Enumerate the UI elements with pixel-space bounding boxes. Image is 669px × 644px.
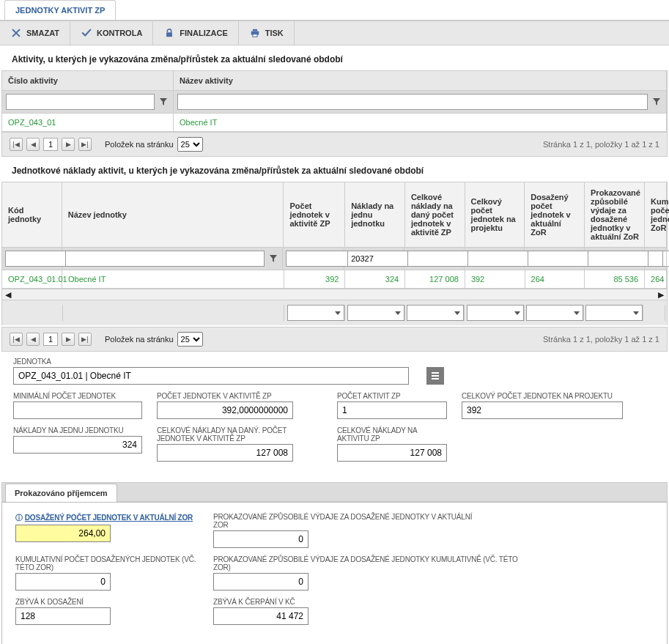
prok-akt-label: PROKAZOVANÉ ZPŮSOBILÉ VÝDAJE ZA DOSAŽENÉ…	[213, 513, 477, 529]
dosazeny-field[interactable]	[15, 525, 111, 542]
pager-info: Stránka 1 z 1, položky 1 až 1 z 1	[543, 140, 659, 149]
print-icon	[249, 27, 261, 39]
pager-first[interactable]: |◀	[10, 138, 23, 151]
col-nazev-jednotky[interactable]: Název jednotky	[62, 182, 284, 247]
kumul-label: KUMULATIVNÍ POČET DOSAŽENÝCH JEDNOTEK (V…	[15, 555, 199, 571]
celk-dany-field[interactable]	[157, 444, 293, 462]
horizontal-scrollbar[interactable]: ◀ ▶	[1, 289, 668, 300]
agg-dd[interactable]	[287, 305, 344, 321]
min-label: MINIMÁLNÍ POČET JEDNOTEK	[13, 392, 142, 400]
section2-title: Jednotkové náklady aktivit, u kterých je…	[0, 157, 669, 182]
zbyva-label: ZBÝVÁ K DOSAŽENÍ	[15, 598, 199, 606]
pager-prev[interactable]: ◀	[26, 333, 40, 346]
celk-proj-field[interactable]	[462, 401, 623, 419]
jednotka-label: JEDNOTKA	[13, 358, 409, 366]
celk-akt-field[interactable]	[337, 444, 447, 462]
filter-icon[interactable]	[158, 96, 169, 108]
aggregate-row	[1, 300, 668, 325]
pager-size-label: Položek na stránku	[105, 140, 174, 149]
celk-proj-label: CELKOVÝ POČET JEDNOTEK NA PROJEKTU	[462, 392, 623, 400]
zbyva-kc-field[interactable]	[213, 607, 308, 625]
tab-prokazovano[interactable]: Prokazováno příjemcem	[5, 484, 117, 502]
filter-cislo[interactable]	[6, 94, 155, 110]
col-kod-jednotky[interactable]: Kód jednotky	[2, 182, 62, 247]
pocet-zp-field[interactable]	[337, 401, 447, 419]
agg-dd[interactable]	[347, 305, 404, 321]
pager-size[interactable]: 25	[177, 137, 203, 152]
pager-first[interactable]: |◀	[10, 333, 23, 346]
pocet-akt-label: POČET JEDNOTEK V AKTIVITĚ ZP	[157, 392, 293, 400]
pocet-zp-label: POČET AKTIVIT ZP	[337, 392, 447, 400]
zbyva-field[interactable]	[15, 607, 111, 625]
scroll-left-icon[interactable]: ◀	[2, 289, 14, 300]
col-celkovy-pocet[interactable]: Celkový počet jednotek na projektu	[465, 182, 525, 247]
section1-title: Aktivity, u kterých je vykazována změna/…	[0, 45, 669, 70]
table-row[interactable]: OPZ_043_01.01 Obecné IT 392 324 127 008 …	[2, 270, 667, 289]
zbyva-kc-label: ZBÝVÁ K ČERPÁNÍ V KČ	[213, 598, 396, 606]
lock-icon	[163, 27, 175, 39]
pager-page[interactable]	[43, 138, 58, 151]
pager-next[interactable]: ▶	[62, 138, 75, 151]
svg-rect-4	[432, 372, 439, 374]
pager-next[interactable]: ▶	[62, 333, 75, 346]
prok-kum-label: PROKAZOVANÉ ZPŮSOBILÉ VÝDAJE ZA DOSAŽENÉ…	[213, 555, 521, 571]
dosazeny-label[interactable]: DOSAŽENÝ POČET JEDNOTEK V AKTUÁLNÍ ZOR	[15, 513, 199, 523]
f-nazev[interactable]	[65, 251, 265, 267]
delete-icon	[10, 27, 22, 39]
list-button[interactable]	[426, 367, 444, 385]
kumul-field[interactable]	[15, 573, 111, 591]
celk-dany-label: CELKOVÉ NÁKLADY NA DANÝ. POČET JEDNOTEK …	[157, 426, 293, 443]
pager-1: |◀ ◀ ▶ ▶| Položek na stránku 25 Stránka …	[1, 132, 668, 157]
toolbar: SMAZAT KONTROLA FINALIZACE TISK	[0, 21, 669, 45]
scroll-right-icon[interactable]: ▶	[655, 289, 667, 300]
naklady-j-label: NÁKLADY NA JEDNU JEDNOTKU	[13, 426, 142, 434]
celk-akt-label: CELKOVÉ NÁKLADY NA AKTIVITU ZP	[337, 426, 447, 443]
tab-jednotky[interactable]: JEDNOTKY AKTIVIT ZP	[4, 0, 116, 20]
finalizace-button[interactable]: FINALIZACE	[153, 21, 238, 45]
svg-rect-0	[166, 32, 172, 37]
pager-2: |◀ ◀ ▶ ▶| Položek na stránku 25 Stránka …	[1, 327, 668, 352]
min-field[interactable]	[13, 401, 142, 419]
prok-akt-field[interactable]	[213, 530, 308, 548]
pager-page[interactable]	[43, 333, 58, 346]
col-naklady-jednotku[interactable]: Náklady na jednu jednotku	[345, 182, 405, 247]
svg-rect-2	[253, 29, 257, 32]
grid-unit-costs: Kód jednotky Název jednotky Počet jednot…	[1, 182, 668, 289]
agg-dd[interactable]	[526, 305, 583, 321]
col-nazev-aktivity[interactable]: Název aktivity	[174, 71, 667, 90]
agg-dd[interactable]	[407, 305, 464, 321]
pager-last[interactable]: ▶|	[78, 333, 92, 346]
f-kum[interactable]	[648, 251, 663, 267]
table-row[interactable]: OPZ_043_01 Obecné IT	[2, 114, 667, 131]
col-cislo-aktivity[interactable]: Číslo aktivity	[2, 71, 174, 90]
filter-nazev[interactable]	[177, 94, 648, 110]
filter-icon[interactable]	[651, 96, 662, 108]
col-dosazeny[interactable]: Dosažený počet jednotek v aktuální ZoR	[525, 182, 585, 247]
filter-icon[interactable]	[267, 253, 279, 264]
prok-kum-field[interactable]	[213, 573, 308, 591]
pager-last[interactable]: ▶|	[78, 138, 92, 151]
svg-rect-6	[432, 378, 439, 380]
kontrola-button[interactable]: KONTROLA	[70, 21, 153, 45]
check-icon	[81, 27, 92, 39]
col-kum[interactable]: Kum poče jedno ZoR	[645, 182, 667, 247]
agg-dd[interactable]	[467, 305, 524, 321]
naklady-j-field[interactable]	[13, 436, 142, 454]
pager-size-label: Položek na stránku	[105, 335, 174, 344]
smazat-button[interactable]: SMAZAT	[0, 21, 70, 45]
col-celkove-naklady[interactable]: Celkové náklady na daný počet jednotek v…	[405, 182, 465, 247]
jednotka-field[interactable]	[13, 367, 409, 385]
col-pocet-aktivita[interactable]: Počet jednotek v aktivitě ZP	[284, 182, 345, 247]
grid-activities: Číslo aktivity Název aktivity OPZ_043_01…	[1, 70, 668, 132]
agg-dd[interactable]	[585, 305, 643, 321]
pager-size[interactable]: 25	[177, 332, 203, 347]
svg-rect-3	[253, 34, 257, 37]
pocet-akt-field[interactable]	[157, 401, 293, 419]
col-prokazovane[interactable]: Prokazované způsobilé výdaje za dosažené…	[585, 182, 645, 247]
pager-prev[interactable]: ◀	[26, 138, 40, 151]
svg-rect-5	[432, 375, 439, 377]
tisk-button[interactable]: TISK	[239, 21, 295, 45]
pager-info: Stránka 1 z 1, položky 1 až 1 z 1	[543, 335, 659, 344]
